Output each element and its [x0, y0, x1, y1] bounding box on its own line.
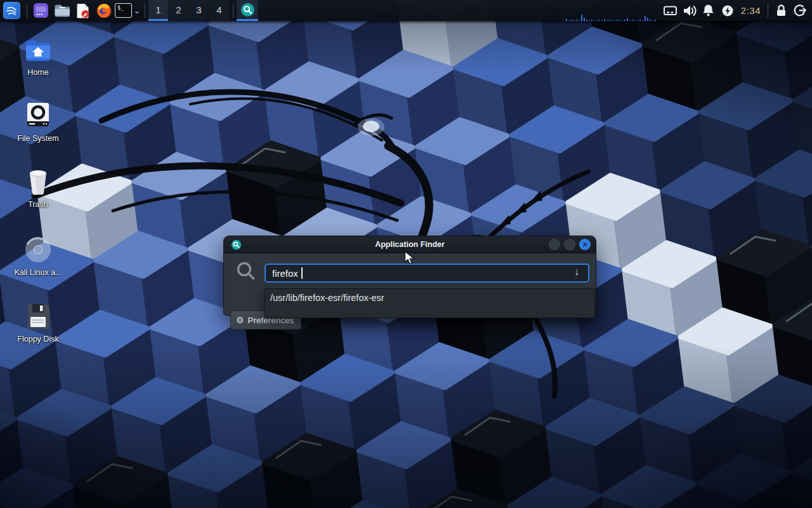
- desktop-icon-label: Home: [27, 68, 48, 77]
- completion-item-firefox-esr[interactable]: /usr/lib/firefox-esr/firefox-esr: [265, 289, 594, 306]
- desktop: Home File System: [0, 0, 812, 508]
- launcher-file-manager[interactable]: [51, 0, 72, 21]
- folder-icon: [54, 4, 70, 17]
- panel-activity-graph: [566, 13, 656, 21]
- terminal-glyph: $_: [117, 4, 124, 11]
- workspace-2-button[interactable]: 2: [169, 0, 188, 21]
- search-completion-dropdown: /usr/lib/firefox-esr/firefox-esr: [265, 288, 595, 318]
- desktop-icon-label: Kali Linux a...: [14, 268, 62, 277]
- launcher-firefox[interactable]: [93, 0, 114, 21]
- launcher-terminal[interactable]: $_: [114, 0, 133, 21]
- workspace-label: 4: [216, 4, 221, 15]
- workspace-1-button[interactable]: 1: [148, 0, 168, 21]
- network-tray-button[interactable]: [662, 0, 679, 21]
- home-folder-icon: [24, 36, 52, 64]
- taskbar-application-finder-button[interactable]: [237, 0, 258, 21]
- power-bolt-icon: [721, 4, 734, 17]
- combo-down-arrow-icon[interactable]: ↓: [574, 266, 579, 277]
- kali-logo-icon: [3, 2, 20, 19]
- volume-tray-button[interactable]: [681, 0, 698, 21]
- panel-separator: [233, 4, 233, 18]
- power-manager-tray-button[interactable]: [719, 0, 736, 21]
- panel-separator: [145, 4, 145, 18]
- panel-separator: [27, 4, 27, 18]
- panel-separator: [768, 4, 768, 18]
- hard-disk-icon: [25, 102, 51, 130]
- workspace-4-button[interactable]: 4: [209, 0, 229, 21]
- network-icon: [663, 5, 678, 17]
- workspace-label: 3: [196, 4, 201, 15]
- minimize-button[interactable]: [549, 239, 560, 250]
- top-panel: $_ ⌄ 1 2 3 4: [0, 0, 812, 21]
- desktop-icon-file-system[interactable]: File System: [5, 102, 71, 143]
- close-button[interactable]: ✕: [579, 239, 591, 250]
- desktop-icon-kali-cd[interactable]: Kali Linux a...: [5, 236, 71, 277]
- window-title: Application Finder: [224, 240, 596, 249]
- system-tray: 2:34: [661, 0, 812, 21]
- cdrom-disc-icon: [24, 236, 52, 264]
- launcher-files-app[interactable]: [30, 0, 51, 21]
- workspace-3-button[interactable]: 3: [189, 0, 209, 21]
- clock[interactable]: 2:34: [741, 5, 761, 16]
- lock-screen-button[interactable]: [773, 0, 789, 21]
- desktop-icon-label: File System: [17, 134, 58, 143]
- application-finder-icon: [240, 3, 255, 17]
- gear-icon: ⚙: [236, 315, 244, 325]
- maximize-button[interactable]: [564, 239, 575, 250]
- search-icon: [235, 260, 258, 285]
- floppy-disk-icon: [25, 302, 51, 330]
- firefox-icon: [96, 3, 112, 18]
- text-caret: [301, 267, 303, 279]
- desktop-icon-label: Floppy Disk: [17, 335, 58, 344]
- trash-can-icon: [26, 168, 50, 196]
- desktop-icon-home[interactable]: Home: [5, 36, 71, 77]
- lock-icon: [775, 4, 787, 17]
- speaker-icon: [682, 4, 697, 17]
- titlebar[interactable]: Application Finder ✕: [224, 236, 596, 253]
- purple-app-icon: [33, 3, 49, 18]
- terminal-icon: $_: [115, 3, 132, 18]
- close-icon: ✕: [582, 241, 587, 249]
- notifications-tray-button[interactable]: [700, 0, 717, 21]
- text-editor-icon: [76, 3, 90, 18]
- desktop-icon-trash[interactable]: Trash: [5, 168, 71, 209]
- desktop-icon-label: Trash: [28, 200, 48, 209]
- applications-menu-button[interactable]: [0, 0, 23, 21]
- logout-button[interactable]: [792, 0, 808, 21]
- search-input[interactable]: [265, 264, 589, 283]
- bell-icon: [702, 4, 714, 17]
- logout-icon: [794, 4, 807, 17]
- launcher-text-editor[interactable]: [72, 0, 93, 21]
- workspace-label: 1: [155, 4, 160, 15]
- desktop-icon-floppy[interactable]: Floppy Disk: [5, 302, 71, 344]
- workspace-label: 2: [176, 4, 181, 15]
- launcher-dropdown-chevron-icon[interactable]: ⌄: [133, 6, 141, 15]
